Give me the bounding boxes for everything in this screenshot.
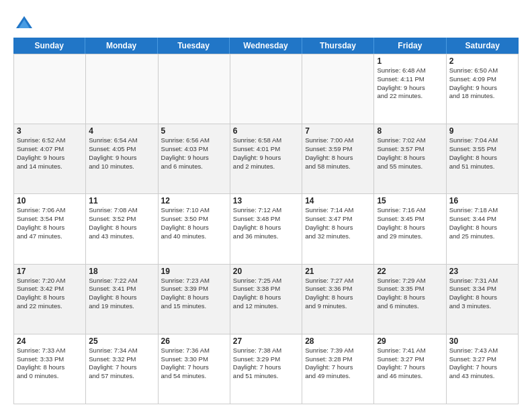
calendar-cell (302, 54, 374, 124)
day-number: 27 (233, 336, 299, 346)
calendar-cell: 25Sunrise: 7:34 AM Sunset: 3:32 PM Dayli… (86, 334, 158, 404)
day-info: Sunrise: 7:29 AM Sunset: 3:35 PM Dayligh… (377, 277, 443, 311)
calendar-cell: 23Sunrise: 7:31 AM Sunset: 3:34 PM Dayli… (447, 265, 519, 334)
day-number: 29 (377, 336, 443, 346)
day-number: 24 (17, 336, 83, 346)
calendar-cell: 20Sunrise: 7:25 AM Sunset: 3:38 PM Dayli… (230, 265, 302, 334)
calendar-row: 1Sunrise: 6:48 AM Sunset: 4:11 PM Daylig… (14, 54, 519, 124)
weekday-header: Monday (85, 38, 157, 54)
day-info: Sunrise: 7:31 AM Sunset: 3:34 PM Dayligh… (449, 277, 515, 311)
calendar-cell: 4Sunrise: 6:54 AM Sunset: 4:05 PM Daylig… (86, 124, 158, 194)
calendar-cell: 7Sunrise: 7:00 AM Sunset: 3:59 PM Daylig… (302, 124, 374, 194)
day-info: Sunrise: 7:08 AM Sunset: 3:52 PM Dayligh… (89, 206, 154, 240)
weekday-header: Saturday (447, 38, 519, 54)
calendar-cell: 6Sunrise: 6:58 AM Sunset: 4:01 PM Daylig… (230, 124, 302, 194)
calendar-cell: 16Sunrise: 7:18 AM Sunset: 3:44 PM Dayli… (447, 194, 519, 264)
calendar-body: 1Sunrise: 6:48 AM Sunset: 4:11 PM Daylig… (13, 54, 519, 404)
day-info: Sunrise: 6:52 AM Sunset: 4:07 PM Dayligh… (17, 136, 83, 171)
calendar-cell (230, 54, 302, 124)
day-number: 8 (377, 126, 443, 136)
day-info: Sunrise: 7:36 AM Sunset: 3:30 PM Dayligh… (161, 347, 227, 381)
day-info: Sunrise: 6:54 AM Sunset: 4:05 PM Dayligh… (89, 136, 154, 171)
day-info: Sunrise: 7:04 AM Sunset: 3:55 PM Dayligh… (449, 136, 515, 171)
logo (13, 13, 34, 32)
day-info: Sunrise: 7:18 AM Sunset: 3:44 PM Dayligh… (449, 206, 515, 240)
calendar-cell: 9Sunrise: 7:04 AM Sunset: 3:55 PM Daylig… (447, 124, 519, 194)
calendar-cell (159, 54, 230, 124)
day-info: Sunrise: 7:06 AM Sunset: 3:54 PM Dayligh… (17, 206, 83, 240)
calendar-row: 17Sunrise: 7:20 AM Sunset: 3:42 PM Dayli… (14, 265, 519, 334)
day-number: 11 (89, 196, 154, 205)
weekday-header: Tuesday (158, 38, 230, 54)
logo-icon (15, 13, 34, 32)
weekday-header: Friday (374, 38, 446, 54)
day-info: Sunrise: 7:20 AM Sunset: 3:42 PM Dayligh… (17, 277, 83, 311)
calendar-row: 3Sunrise: 6:52 AM Sunset: 4:07 PM Daylig… (14, 124, 519, 194)
day-number: 1 (377, 56, 443, 66)
weekday-header: Sunday (13, 38, 85, 54)
calendar-header: SundayMondayTuesdayWednesdayThursdayFrid… (13, 38, 519, 54)
day-info: Sunrise: 7:43 AM Sunset: 3:27 PM Dayligh… (449, 347, 515, 381)
day-info: Sunrise: 7:02 AM Sunset: 3:57 PM Dayligh… (377, 136, 443, 171)
day-info: Sunrise: 7:39 AM Sunset: 3:28 PM Dayligh… (305, 347, 371, 381)
calendar-cell: 2Sunrise: 6:50 AM Sunset: 4:09 PM Daylig… (447, 54, 519, 124)
day-info: Sunrise: 7:33 AM Sunset: 3:33 PM Dayligh… (17, 347, 83, 381)
day-number: 23 (449, 267, 515, 276)
day-info: Sunrise: 7:23 AM Sunset: 3:39 PM Dayligh… (161, 277, 227, 311)
day-number: 10 (17, 196, 83, 205)
day-info: Sunrise: 7:38 AM Sunset: 3:29 PM Dayligh… (233, 347, 299, 381)
day-info: Sunrise: 7:10 AM Sunset: 3:50 PM Dayligh… (161, 206, 227, 240)
day-info: Sunrise: 7:16 AM Sunset: 3:45 PM Dayligh… (377, 206, 443, 240)
day-number: 30 (449, 336, 515, 346)
calendar-cell: 30Sunrise: 7:43 AM Sunset: 3:27 PM Dayli… (447, 334, 519, 404)
day-info: Sunrise: 6:58 AM Sunset: 4:01 PM Dayligh… (233, 136, 299, 171)
calendar-cell: 21Sunrise: 7:27 AM Sunset: 3:36 PM Dayli… (302, 265, 374, 334)
weekday-header: Wednesday (230, 38, 302, 54)
day-number: 18 (89, 267, 154, 276)
page-header (13, 11, 519, 32)
day-info: Sunrise: 7:34 AM Sunset: 3:32 PM Dayligh… (89, 347, 154, 381)
day-info: Sunrise: 7:25 AM Sunset: 3:38 PM Dayligh… (233, 277, 299, 311)
day-info: Sunrise: 7:14 AM Sunset: 3:47 PM Dayligh… (305, 206, 371, 240)
calendar-cell (86, 54, 158, 124)
calendar-cell: 27Sunrise: 7:38 AM Sunset: 3:29 PM Dayli… (230, 334, 302, 404)
calendar-cell: 22Sunrise: 7:29 AM Sunset: 3:35 PM Dayli… (374, 265, 446, 334)
day-number: 21 (305, 267, 371, 276)
calendar-cell: 8Sunrise: 7:02 AM Sunset: 3:57 PM Daylig… (374, 124, 446, 194)
day-number: 22 (377, 267, 443, 276)
calendar: SundayMondayTuesdayWednesdayThursdayFrid… (13, 38, 519, 404)
day-number: 13 (233, 196, 299, 205)
day-number: 14 (305, 196, 371, 205)
day-number: 25 (89, 336, 154, 346)
day-number: 5 (161, 126, 227, 136)
calendar-cell: 28Sunrise: 7:39 AM Sunset: 3:28 PM Dayli… (302, 334, 374, 404)
calendar-cell: 26Sunrise: 7:36 AM Sunset: 3:30 PM Dayli… (159, 334, 230, 404)
calendar-cell: 18Sunrise: 7:22 AM Sunset: 3:41 PM Dayli… (86, 265, 158, 334)
day-number: 2 (449, 56, 515, 66)
weekday-header: Thursday (302, 38, 374, 54)
calendar-cell: 15Sunrise: 7:16 AM Sunset: 3:45 PM Dayli… (374, 194, 446, 264)
day-info: Sunrise: 6:48 AM Sunset: 4:11 PM Dayligh… (377, 66, 443, 101)
day-number: 19 (161, 267, 227, 276)
calendar-cell: 11Sunrise: 7:08 AM Sunset: 3:52 PM Dayli… (86, 194, 158, 264)
day-number: 16 (449, 196, 515, 205)
day-number: 20 (233, 267, 299, 276)
day-number: 6 (233, 126, 299, 136)
day-info: Sunrise: 7:41 AM Sunset: 3:27 PM Dayligh… (377, 347, 443, 381)
calendar-cell: 13Sunrise: 7:12 AM Sunset: 3:48 PM Dayli… (230, 194, 302, 264)
calendar-cell: 1Sunrise: 6:48 AM Sunset: 4:11 PM Daylig… (374, 54, 446, 124)
calendar-cell: 24Sunrise: 7:33 AM Sunset: 3:33 PM Dayli… (14, 334, 86, 404)
day-number: 4 (89, 126, 154, 136)
calendar-cell: 5Sunrise: 6:56 AM Sunset: 4:03 PM Daylig… (159, 124, 230, 194)
day-number: 7 (305, 126, 371, 136)
day-info: Sunrise: 7:27 AM Sunset: 3:36 PM Dayligh… (305, 277, 371, 311)
calendar-cell: 17Sunrise: 7:20 AM Sunset: 3:42 PM Dayli… (14, 265, 86, 334)
calendar-cell: 14Sunrise: 7:14 AM Sunset: 3:47 PM Dayli… (302, 194, 374, 264)
calendar-cell (14, 54, 86, 124)
day-number: 17 (17, 267, 83, 276)
day-number: 15 (377, 196, 443, 205)
day-info: Sunrise: 7:12 AM Sunset: 3:48 PM Dayligh… (233, 206, 299, 240)
calendar-cell: 29Sunrise: 7:41 AM Sunset: 3:27 PM Dayli… (374, 334, 446, 404)
calendar-row: 10Sunrise: 7:06 AM Sunset: 3:54 PM Dayli… (14, 194, 519, 264)
day-number: 3 (17, 126, 83, 136)
